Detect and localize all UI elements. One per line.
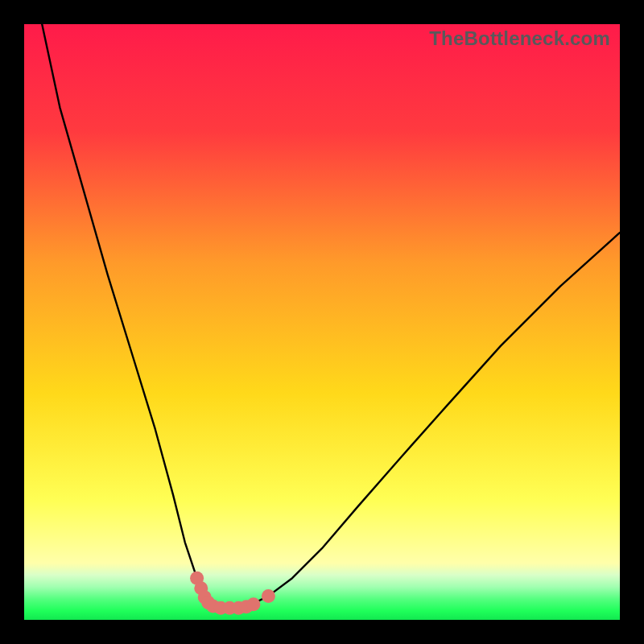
chart-frame: TheBottleneck.com xyxy=(24,24,620,620)
bottleneck-curve xyxy=(24,24,620,620)
marker-dot xyxy=(262,589,275,603)
marker-dot xyxy=(246,597,260,611)
watermark-text: TheBottleneck.com xyxy=(429,27,610,50)
curve-markers xyxy=(190,572,275,615)
